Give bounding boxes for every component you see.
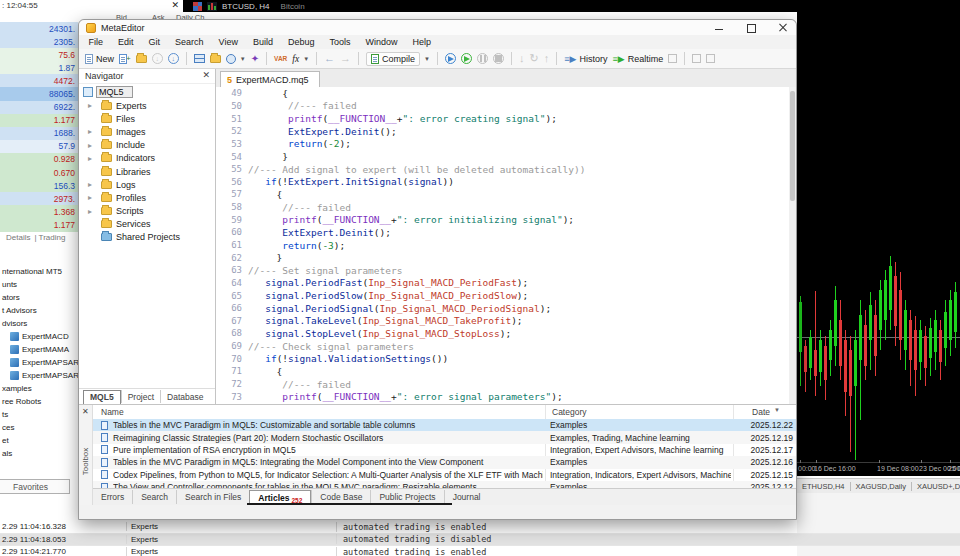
- navigator-item-libraries[interactable]: Libraries: [79, 165, 215, 178]
- article-row[interactable]: Codex Pipelines, from Python to MQL5, fo…: [93, 469, 796, 481]
- download-icon[interactable]: ↓: [168, 53, 179, 64]
- article-row[interactable]: Tables in the MVC Paradigm in MQL5: Cust…: [93, 419, 796, 431]
- column-header-date[interactable]: Date: [752, 407, 770, 417]
- realtime-button[interactable]: ≡▶Realtime: [612, 54, 663, 64]
- expand-arrow-icon[interactable]: ▸: [88, 141, 92, 150]
- expand-arrow-icon[interactable]: ▸: [88, 127, 92, 136]
- profiler-icon[interactable]: [692, 54, 701, 63]
- toolbox-tab-search[interactable]: Search: [132, 490, 176, 504]
- panel-resize-handle[interactable]: [247, 503, 452, 505]
- expand-arrow-icon[interactable]: ▸: [88, 101, 92, 110]
- navigator-item-experts[interactable]: ▸Experts: [79, 99, 215, 112]
- editor-scrollbar[interactable]: [789, 87, 796, 404]
- mw-tab-details[interactable]: Details: [6, 233, 30, 242]
- menu-help[interactable]: Help: [405, 37, 439, 47]
- navigator-tab-project[interactable]: Project: [121, 390, 160, 403]
- market-watch-row[interactable]: 1.368: [0, 205, 78, 218]
- sidebar-item[interactable]: ExpertMAMA: [0, 343, 78, 356]
- ai-assistant-icon[interactable]: ✦: [251, 53, 259, 64]
- market-watch-icon[interactable]: [193, 2, 202, 11]
- menu-git[interactable]: Git: [141, 37, 168, 47]
- market-watch-row[interactable]: 88065.: [0, 87, 78, 100]
- column-header-category[interactable]: Category: [552, 407, 587, 417]
- expand-arrow-icon[interactable]: ▸: [88, 180, 92, 189]
- market-watch-row[interactable]: 0.928: [0, 153, 78, 166]
- navigator-item-files[interactable]: Files: [79, 112, 215, 125]
- sidebar-item[interactable]: dvisors: [0, 317, 78, 330]
- snippets-icon[interactable]: [706, 54, 715, 63]
- article-row[interactable]: Tables in the MVC Paradigm in MQL5: Inte…: [93, 456, 796, 468]
- minimize-button[interactable]: [714, 23, 724, 33]
- step-into-icon[interactable]: ↓: [519, 53, 525, 64]
- market-watch-row[interactable]: 57.9: [0, 140, 78, 153]
- chart-tab[interactable]: XAGUSD,Daily: [850, 482, 911, 491]
- sidebar-item[interactable]: ExpertMAPSAR: [0, 356, 78, 369]
- new-window-icon[interactable]: +: [119, 54, 131, 64]
- column-header-name[interactable]: Name: [101, 407, 124, 417]
- toolbox-tab-journal[interactable]: Journal: [444, 490, 489, 504]
- sidebar-item[interactable]: ts: [0, 408, 78, 421]
- sidebar-item[interactable]: t Advisors: [0, 304, 78, 317]
- sidebar-item[interactable]: ExpertMACD: [0, 330, 78, 343]
- sidebar-item[interactable]: unts: [0, 278, 78, 291]
- menu-tools[interactable]: Tools: [322, 37, 358, 47]
- market-watch-row[interactable]: 0.670: [0, 166, 78, 179]
- data-folder-icon[interactable]: [210, 55, 221, 63]
- function-list-icon[interactable]: fx▼: [292, 54, 309, 64]
- mw-tab-trading[interactable]: | Trading: [34, 233, 65, 242]
- pause-icon[interactable]: [477, 53, 488, 64]
- navigator-item-shared-projects[interactable]: Shared Projects: [79, 231, 215, 244]
- sidebar-item[interactable]: et: [0, 434, 78, 447]
- expand-arrow-icon[interactable]: ▸: [88, 193, 92, 202]
- start-debug-icon[interactable]: [445, 53, 456, 64]
- new-button[interactable]: New: [85, 54, 114, 64]
- article-row[interactable]: Reimagining Classic Strategies (Part 20)…: [93, 431, 796, 443]
- navigator-item-include[interactable]: ▸Include: [79, 139, 215, 152]
- sidebar-item[interactable]: nternational MT5: [0, 265, 78, 278]
- sidebar-item[interactable]: ree Robots: [0, 395, 78, 408]
- compile-button[interactable]: Compile▼: [366, 52, 430, 66]
- save-icon[interactable]: ↓: [152, 53, 163, 64]
- breakpoint-icon[interactable]: [668, 54, 677, 63]
- market-watch-row[interactable]: 1.177: [0, 114, 78, 127]
- expand-arrow-icon[interactable]: ▸: [88, 207, 92, 216]
- navigator-item-indicators[interactable]: ▸Indicators: [79, 152, 215, 165]
- step-over-icon[interactable]: ↻: [530, 53, 539, 64]
- navigator-item-scripts[interactable]: ▸Scripts: [79, 205, 215, 218]
- market-watch-row[interactable]: 2305.: [0, 35, 78, 48]
- navigator-item-logs[interactable]: ▸Logs: [79, 178, 215, 191]
- sidebar-item[interactable]: ces: [0, 421, 78, 434]
- time-axis[interactable]: 00:0016 Dec 16:0019 Dec 08:0023 Dec 00:0…: [797, 462, 960, 476]
- navigator-close-icon[interactable]: ✕: [202, 70, 210, 80]
- toolbox-tab-code-base[interactable]: Code Base: [311, 490, 370, 504]
- sidebar-item[interactable]: ExpertMAPSARSize: [0, 369, 78, 382]
- chart-tab[interactable]: ETHUSD,H4: [797, 482, 850, 491]
- menu-window[interactable]: Window: [358, 37, 405, 47]
- toolbox-tab-search-in-files[interactable]: Search in Files: [176, 490, 249, 504]
- toolbox-close-icon[interactable]: ✕: [82, 407, 89, 416]
- toolbox-tab-public-projects[interactable]: Public Projects: [370, 490, 443, 504]
- back-icon[interactable]: ←: [324, 53, 335, 64]
- menu-edit[interactable]: Edit: [111, 37, 142, 47]
- market-watch-row[interactable]: 24301.: [0, 22, 78, 35]
- maximize-button[interactable]: [746, 23, 756, 33]
- metaeditor-titlebar[interactable]: MetaEditor: [79, 20, 796, 35]
- window-layout-icon[interactable]: [194, 54, 205, 63]
- navigator-item-images[interactable]: ▸Images: [79, 125, 215, 138]
- variable-types-icon[interactable]: VAR: [274, 55, 287, 62]
- favorites-tab[interactable]: Favorites: [0, 479, 70, 494]
- navigator-root-item[interactable]: MQL5: [83, 85, 215, 99]
- menu-file[interactable]: File: [81, 37, 111, 47]
- menu-build[interactable]: Build: [245, 37, 280, 47]
- navigator-item-services[interactable]: Services: [79, 218, 215, 231]
- expand-arrow-icon[interactable]: ▸: [88, 154, 92, 163]
- menu-view[interactable]: View: [211, 37, 245, 47]
- chart-icon[interactable]: [207, 2, 217, 11]
- sidebar-item[interactable]: xamples: [0, 382, 78, 395]
- market-watch-row[interactable]: 1688.: [0, 127, 78, 140]
- forward-icon[interactable]: →: [340, 53, 351, 64]
- market-watch-row[interactable]: 1.87: [0, 61, 78, 74]
- toolbox-tab-errors[interactable]: Errors: [93, 490, 132, 504]
- navigator-tab-database[interactable]: Database: [160, 390, 209, 403]
- menu-search[interactable]: Search: [168, 37, 212, 47]
